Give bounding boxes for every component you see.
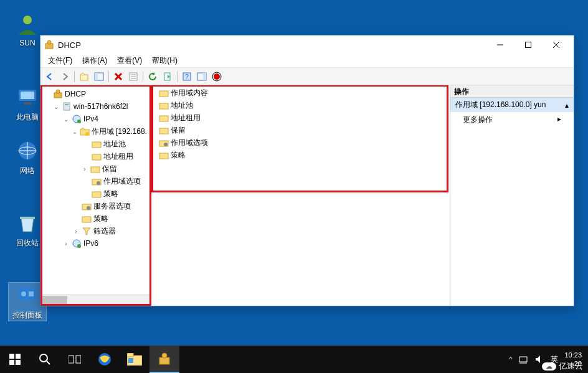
chevron-down-icon[interactable]: ⌄ xyxy=(52,103,60,110)
svg-line-65 xyxy=(47,361,50,364)
svg-point-13 xyxy=(47,40,51,44)
tree-node-scope[interactable]: ⌄作用域 [192.168. xyxy=(42,125,149,138)
svg-rect-71 xyxy=(128,358,133,363)
dhcp-app-icon xyxy=(44,40,54,50)
menubar: 文件(F) 操作(A) 查看(V) 帮助(H) xyxy=(40,54,574,68)
tray-network-icon[interactable] xyxy=(518,354,528,364)
tree-node-lease[interactable]: 地址租用 xyxy=(42,150,149,163)
menu-action[interactable]: 操作(A) xyxy=(77,54,112,67)
filter-icon xyxy=(82,226,92,236)
list-item-lease[interactable]: 地址租用 xyxy=(153,111,447,124)
task-view-button[interactable] xyxy=(60,346,90,373)
svg-point-46 xyxy=(97,181,100,185)
tree-node-server[interactable]: ⌄win-517h6nk6f2l xyxy=(42,100,149,113)
collapse-arrow-icon[interactable]: ▴ xyxy=(565,101,569,110)
tree-node-ipv4[interactable]: ⌄IPv4 xyxy=(42,113,149,125)
svg-rect-15 xyxy=(525,42,531,48)
tree-node-server-opts[interactable]: 服务器选项 xyxy=(42,200,149,212)
tree-node-policy2[interactable]: 策略 xyxy=(42,212,149,225)
chevron-right-icon[interactable]: › xyxy=(62,240,70,247)
tree-node-policy[interactable]: 策略 xyxy=(42,187,149,200)
menu-view[interactable]: 查看(V) xyxy=(112,54,147,67)
action-scope-title[interactable]: 作用域 [192.168.100.0] yun ▴ xyxy=(450,98,574,112)
folder-icon xyxy=(92,151,102,161)
svg-text:?: ? xyxy=(185,73,189,80)
action-header: 操作 xyxy=(450,85,574,98)
svg-point-41 xyxy=(85,132,89,136)
svg-point-73 xyxy=(162,353,167,358)
search-button[interactable] xyxy=(30,346,60,373)
cloud-icon: ☁ xyxy=(542,362,556,371)
list-item-scope-opts[interactable]: 作用域选项 xyxy=(153,136,447,149)
menu-help[interactable]: 帮助(H) xyxy=(147,54,183,67)
tray-chevron-up-icon[interactable]: ^ xyxy=(509,356,512,363)
ipv4-icon xyxy=(72,114,82,124)
svg-rect-62 xyxy=(9,360,14,365)
chevron-right-icon[interactable]: › xyxy=(72,228,80,235)
tree-node-pool[interactable]: 地址池 xyxy=(42,138,149,150)
tree-node-scope-opts[interactable]: 作用域选项 xyxy=(42,175,149,187)
list-item-pool[interactable]: 地址池 xyxy=(153,99,447,111)
user-avatar-icon xyxy=(15,11,40,36)
tree-node-filter[interactable]: ›筛选器 xyxy=(42,225,149,237)
svg-rect-3 xyxy=(24,102,31,105)
folder-icon xyxy=(92,189,102,199)
svg-rect-66 xyxy=(69,356,74,363)
svg-rect-44 xyxy=(91,167,100,172)
toolbar: ? xyxy=(40,68,574,85)
show-hide-tree-button[interactable] xyxy=(92,70,106,83)
tree-h-scrollbar[interactable] xyxy=(42,295,149,304)
folder-gear-icon xyxy=(159,138,169,148)
list-item-policy[interactable]: 策略 xyxy=(153,149,447,161)
refresh-button[interactable] xyxy=(146,70,159,83)
svg-rect-2 xyxy=(21,92,34,99)
svg-rect-61 xyxy=(16,354,21,359)
folder-icon xyxy=(92,139,102,149)
up-button[interactable] xyxy=(77,70,91,83)
list-inner: 作用域内容 地址池 地址租用 保留 作用域选项 策略 xyxy=(151,85,448,192)
forward-button[interactable] xyxy=(58,70,72,83)
recycle-bin-icon xyxy=(15,210,40,235)
tree-node-ipv6[interactable]: ›IPv6 xyxy=(42,237,149,250)
chevron-down-icon[interactable]: ⌄ xyxy=(62,116,70,123)
svg-rect-47 xyxy=(92,192,101,197)
delete-button[interactable] xyxy=(111,70,125,83)
menu-file[interactable]: 文件(F) xyxy=(43,54,77,67)
taskbar-ie[interactable] xyxy=(90,346,120,373)
titlebar[interactable]: DHCP xyxy=(40,35,574,54)
tree-node-dhcp[interactable]: DHCP xyxy=(42,88,149,100)
svg-point-35 xyxy=(56,90,60,93)
close-button[interactable] xyxy=(542,36,570,54)
help-button[interactable]: ? xyxy=(180,70,194,83)
folder-icon xyxy=(159,100,169,110)
back-button[interactable] xyxy=(43,70,57,83)
content-area: DHCP ⌄win-517h6nk6f2l ⌄IPv4 ⌄作用域 [192.16… xyxy=(40,85,574,306)
dhcp-icon xyxy=(53,89,63,99)
svg-rect-43 xyxy=(92,154,101,160)
svg-rect-74 xyxy=(519,357,527,362)
list-item-scope-content[interactable]: 作用域内容 xyxy=(153,87,447,99)
chevron-right-icon[interactable]: › xyxy=(81,166,88,172)
export-button[interactable] xyxy=(161,70,174,83)
svg-rect-56 xyxy=(159,128,168,134)
tree-node-reserve[interactable]: ›保留 xyxy=(42,163,149,175)
start-button[interactable] xyxy=(0,346,30,373)
maximize-button[interactable] xyxy=(514,36,542,54)
svg-point-39 xyxy=(77,120,81,123)
record-button[interactable] xyxy=(210,70,224,83)
svg-rect-31 xyxy=(203,73,206,80)
properties-button[interactable] xyxy=(126,70,140,83)
svg-rect-50 xyxy=(82,217,91,222)
action-pane-button[interactable] xyxy=(195,70,209,83)
svg-rect-54 xyxy=(159,103,168,109)
list-pane: 作用域内容 地址池 地址租用 保留 作用域选项 策略 xyxy=(151,85,450,306)
chevron-down-icon[interactable]: ⌄ xyxy=(72,128,78,135)
network-icon xyxy=(15,138,40,163)
minimize-button[interactable] xyxy=(486,36,514,54)
svg-point-52 xyxy=(77,244,81,248)
svg-rect-70 xyxy=(127,353,133,357)
taskbar-dhcp[interactable] xyxy=(149,346,179,373)
taskbar-explorer[interactable] xyxy=(120,346,149,373)
action-more[interactable]: 更多操作 ▸ xyxy=(450,112,574,128)
list-item-reserve[interactable]: 保留 xyxy=(153,124,447,136)
